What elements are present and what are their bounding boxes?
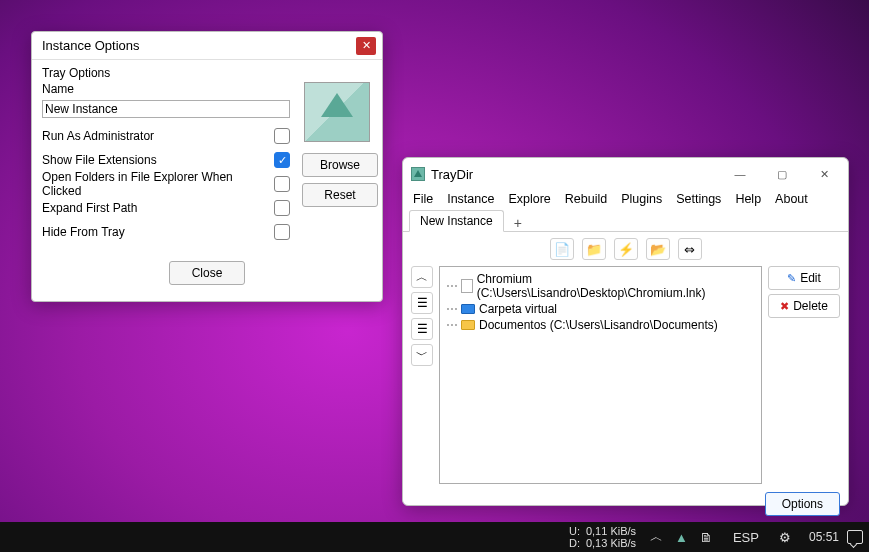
indent-icon[interactable]: ☰: [411, 292, 433, 314]
minimize-icon[interactable]: —: [720, 161, 760, 187]
menu-rebuild[interactable]: Rebuild: [565, 192, 607, 206]
menu-instance[interactable]: Instance: [447, 192, 494, 206]
close-button[interactable]: Close: [169, 261, 245, 285]
app-icon: [411, 167, 425, 181]
titlebar[interactable]: TrayDir — ▢ ✕: [403, 158, 848, 190]
preview-thumbnail: [304, 82, 370, 142]
tray-app-icon[interactable]: ▲: [675, 530, 688, 545]
toolbar-folder-flash-icon[interactable]: ⚡: [614, 238, 638, 260]
check-run-as-admin[interactable]: Run As Administrator: [42, 124, 290, 148]
system-tray: ︿ ▲ 🗎 ESP ⚙: [650, 528, 791, 546]
delete-button[interactable]: ✖ Delete: [768, 294, 840, 318]
tray-settings-icon[interactable]: ⚙: [779, 530, 791, 545]
checkbox[interactable]: [274, 200, 290, 216]
menu-about[interactable]: About: [775, 192, 808, 206]
dialog-title: Instance Options: [42, 38, 356, 53]
taskbar: U: D: 0,11 KiB/s 0,13 KiB/s ︿ ▲ 🗎 ESP ⚙ …: [0, 522, 869, 552]
close-icon[interactable]: ✕: [804, 161, 844, 187]
pencil-icon: ✎: [787, 272, 796, 285]
tab-new-instance[interactable]: New Instance: [409, 210, 504, 232]
toolbar-new-item-icon[interactable]: 📄: [550, 238, 574, 260]
section-label: Tray Options: [42, 66, 372, 80]
indent-more-icon[interactable]: ☰: [411, 318, 433, 340]
tab-bar: New Instance +: [403, 210, 848, 232]
menu-file[interactable]: File: [413, 192, 433, 206]
checkbox[interactable]: [274, 152, 290, 168]
check-expand-first-path[interactable]: Expand First Path: [42, 196, 290, 220]
options-button[interactable]: Options: [765, 492, 840, 516]
entry-tree[interactable]: ⋯ Chromium (C:\Users\Lisandro\Desktop\Ch…: [439, 266, 762, 484]
toolbar-folder-blue-icon[interactable]: 📂: [646, 238, 670, 260]
net-up-value: 0,11 KiB/s: [586, 525, 636, 537]
name-input[interactable]: [42, 100, 290, 118]
tab-add-icon[interactable]: +: [508, 215, 528, 231]
notifications-icon[interactable]: [847, 530, 863, 544]
menu-help[interactable]: Help: [735, 192, 761, 206]
net-down-value: 0,13 KiB/s: [586, 537, 636, 549]
tree-item[interactable]: ⋯ Chromium (C:\Users\Lisandro\Desktop\Ch…: [446, 271, 755, 301]
menu-plugins[interactable]: Plugins: [621, 192, 662, 206]
name-label: Name: [42, 82, 290, 96]
toolbar: 📄 📁 ⚡ 📂 ⇔: [403, 232, 848, 264]
traydir-main-window: TrayDir — ▢ ✕ File Instance Explore Rebu…: [402, 157, 849, 506]
check-open-folders-in-explorer[interactable]: Open Folders in File Explorer When Click…: [42, 172, 290, 196]
tree-item[interactable]: ⋯ Carpeta virtual: [446, 301, 755, 317]
checkbox[interactable]: [274, 128, 290, 144]
left-tool-column: ︿ ☰ ☰ ﹀: [411, 266, 433, 484]
move-down-icon[interactable]: ﹀: [411, 344, 433, 366]
x-icon: ✖: [780, 300, 789, 313]
tray-language[interactable]: ESP: [733, 530, 759, 545]
checkbox[interactable]: [274, 224, 290, 240]
check-hide-from-tray[interactable]: Hide From Tray: [42, 220, 290, 244]
menu-explore[interactable]: Explore: [508, 192, 550, 206]
tray-chevron-up-icon[interactable]: ︿: [650, 528, 663, 546]
titlebar[interactable]: Instance Options ✕: [32, 32, 382, 60]
move-up-icon[interactable]: ︿: [411, 266, 433, 288]
toolbar-align-icon[interactable]: ⇔: [678, 238, 702, 260]
file-icon: [461, 279, 473, 293]
checkbox[interactable]: [274, 176, 290, 192]
maximize-icon[interactable]: ▢: [762, 161, 802, 187]
instance-options-dialog: Instance Options ✕ Tray Options Name Run…: [31, 31, 383, 302]
network-monitor: U: D: 0,11 KiB/s 0,13 KiB/s: [569, 525, 636, 549]
reset-button[interactable]: Reset: [302, 183, 378, 207]
tray-page-icon[interactable]: 🗎: [700, 530, 713, 545]
menu-bar: File Instance Explore Rebuild Plugins Se…: [403, 190, 848, 210]
folder-icon: [461, 304, 475, 314]
folder-icon: [461, 320, 475, 330]
browse-button[interactable]: Browse: [302, 153, 378, 177]
check-show-file-extensions[interactable]: Show File Extensions: [42, 148, 290, 172]
clock[interactable]: 05:51: [809, 530, 839, 544]
tree-item[interactable]: ⋯ Documentos (C:\Users\Lisandro\Document…: [446, 317, 755, 333]
edit-button[interactable]: ✎ Edit: [768, 266, 840, 290]
toolbar-folder-add-icon[interactable]: 📁: [582, 238, 606, 260]
window-title: TrayDir: [431, 167, 720, 182]
close-icon[interactable]: ✕: [356, 37, 376, 55]
menu-settings[interactable]: Settings: [676, 192, 721, 206]
